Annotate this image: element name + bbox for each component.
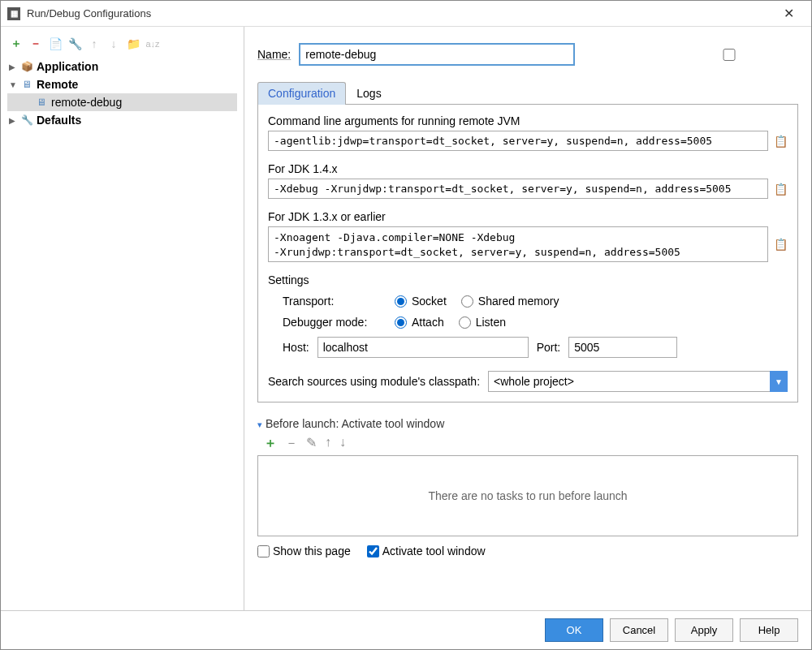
before-launch-header[interactable]: Before launch: Activate tool window	[257, 417, 798, 430]
remove-icon[interactable]: －	[28, 37, 43, 51]
radio-input[interactable]	[395, 316, 407, 329]
sidebar-toolbar: ＋ － 📄 🔧 ↑ ↓ 📁 a↓z	[7, 33, 237, 58]
tab-logs[interactable]: Logs	[346, 82, 391, 104]
copy-config-icon[interactable]: 📄	[48, 37, 63, 51]
tree-label: Remote	[37, 78, 78, 91]
before-launch-section: Before launch: Activate tool window ＋ － …	[257, 417, 798, 557]
before-launch-list: There are no tasks to run before launch	[257, 455, 798, 536]
up-icon[interactable]: ↑	[87, 37, 102, 51]
transport-label: Transport:	[283, 295, 380, 308]
main-panel: Name: Share Single instance only Configu…	[244, 27, 811, 610]
radio-input[interactable]	[459, 316, 471, 329]
radio-input[interactable]	[461, 295, 473, 308]
jdk13-label: For JDK 1.3.x or earlier	[268, 210, 788, 223]
port-label: Port:	[537, 341, 561, 354]
apply-button[interactable]: Apply	[675, 618, 733, 642]
settings-group: Settings Transport: Socket Shared memory…	[268, 273, 788, 358]
empty-text: There are no tasks to run before launch	[428, 489, 627, 502]
tab-configuration[interactable]: Configuration	[257, 82, 346, 105]
debugger-listen-radio[interactable]: Listen	[459, 316, 506, 329]
tree-label: Defaults	[37, 114, 81, 127]
help-button[interactable]: Help	[740, 618, 798, 642]
tree-node-remote-debug[interactable]: 🖥 remote-debug	[7, 93, 237, 111]
folder-icon[interactable]: 📁	[126, 37, 140, 51]
down-icon[interactable]: ↓	[106, 37, 121, 51]
cancel-button[interactable]: Cancel	[610, 618, 668, 642]
name-input[interactable]	[299, 43, 575, 66]
debugger-mode-label: Debugger mode:	[283, 316, 380, 329]
host-input[interactable]	[317, 337, 529, 358]
checkbox-input[interactable]	[257, 545, 270, 557]
debugger-attach-radio[interactable]: Attach	[395, 316, 444, 329]
checkbox-label: Show this page	[273, 545, 351, 557]
config-tree: ▶ 📦 Application ▼ 🖥 Remote 🖥 remote-debu…	[7, 58, 237, 129]
search-sources-select[interactable]: <whole project>	[488, 371, 788, 392]
expand-icon: ▶	[9, 116, 20, 125]
copy-icon[interactable]: 📋	[773, 182, 788, 196]
checkbox-label: Activate tool window	[382, 545, 486, 557]
cmd-args-label: Command line arguments for running remot…	[268, 114, 788, 127]
down-icon: ↓	[339, 435, 346, 452]
remote-icon: 🖥	[20, 78, 33, 91]
copy-icon[interactable]: 📋	[773, 237, 788, 252]
radio-label: Shared memory	[478, 295, 559, 308]
search-sources-label: Search sources using module's classpath:	[268, 375, 480, 388]
share-checkbox[interactable]: Share	[591, 48, 811, 61]
ok-button[interactable]: OK	[545, 618, 603, 642]
radio-label: Listen	[476, 316, 506, 329]
titlebar: ▦ Run/Debug Configurations ✕	[1, 1, 811, 27]
name-label: Name:	[257, 48, 291, 61]
remote-icon: 🖥	[35, 96, 48, 109]
radio-input[interactable]	[395, 295, 407, 308]
settings-label: Settings	[268, 273, 309, 286]
settings-icon[interactable]: 🔧	[67, 37, 82, 51]
close-icon[interactable]: ✕	[772, 2, 805, 26]
activate-tool-checkbox[interactable]: Activate tool window	[367, 545, 486, 557]
transport-shared-radio[interactable]: Shared memory	[461, 295, 559, 308]
tree-node-remote[interactable]: ▼ 🖥 Remote	[7, 75, 237, 93]
tree-label: Application	[37, 60, 98, 73]
cmd-args-input[interactable]	[268, 131, 768, 151]
sort-icon[interactable]: a↓z	[145, 37, 160, 51]
configuration-panel: Command line arguments for running remot…	[257, 105, 798, 402]
collapse-icon: ▼	[9, 80, 20, 89]
edit-icon: ✎	[306, 435, 317, 452]
transport-socket-radio[interactable]: Socket	[395, 295, 447, 308]
add-icon[interactable]: ＋	[264, 435, 277, 452]
sidebar: ＋ － 📄 🔧 ↑ ↓ 📁 a↓z ▶ 📦 Application ▼ 🖥 Re…	[1, 27, 244, 610]
port-input[interactable]	[568, 337, 677, 358]
remove-icon: －	[285, 435, 298, 452]
dialog-footer: OK Cancel Apply Help	[1, 610, 811, 649]
tree-label: remote-debug	[51, 96, 122, 109]
application-icon: 📦	[20, 60, 33, 73]
copy-icon[interactable]: 📋	[773, 134, 788, 149]
tree-node-application[interactable]: ▶ 📦 Application	[7, 58, 237, 75]
wrench-icon: 🔧	[20, 114, 33, 127]
jdk13-input[interactable]	[268, 226, 768, 262]
tabs: Configuration Logs	[257, 82, 798, 105]
up-icon: ↑	[325, 435, 331, 452]
jdk14-input[interactable]	[268, 179, 768, 199]
app-icon: ▦	[7, 7, 20, 20]
window-title: Run/Debug Configurations	[27, 7, 772, 19]
tree-node-defaults[interactable]: ▶ 🔧 Defaults	[7, 111, 237, 129]
radio-label: Socket	[412, 295, 447, 308]
host-label: Host:	[283, 341, 309, 354]
radio-label: Attach	[412, 316, 444, 329]
checkbox-input[interactable]	[367, 545, 379, 557]
jdk14-label: For JDK 1.4.x	[268, 162, 788, 175]
add-icon[interactable]: ＋	[9, 37, 24, 51]
share-checkbox-input[interactable]	[591, 49, 811, 61]
show-page-checkbox[interactable]: Show this page	[257, 545, 351, 557]
expand-icon: ▶	[9, 62, 20, 71]
